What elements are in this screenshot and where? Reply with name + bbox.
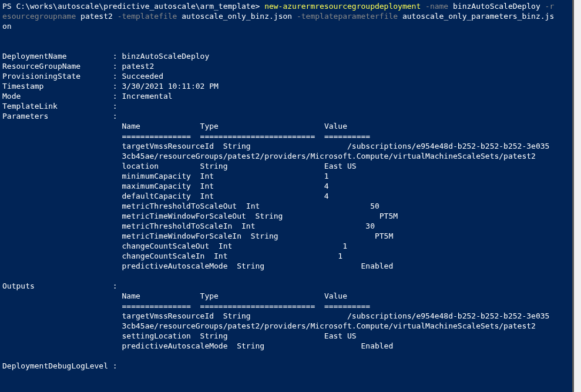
p-row-7: metricTimeWindowForScaleOut String PT5M: [122, 212, 398, 220]
prompt-path: PS C:\works\autoscale\predictive_autosca…: [2, 2, 260, 11]
p-row-1a: targetVmssResourceId String /subscriptio…: [122, 142, 550, 150]
terminal-output: PS C:\works\autoscale\predictive_autosca…: [2, 1, 570, 392]
lbl-mode: Mode: [2, 92, 21, 100]
o-row-1b: 3cb45ae/resourceGroups/patest2/providers…: [122, 321, 536, 330]
ohdr-name: Name: [122, 292, 140, 300]
arg-tplp-a: autoscale_only_parameters_binz.js: [402, 12, 554, 21]
ohdr-d1: ===============: [122, 301, 191, 310]
p-row-1b: 3cb45ae/resourceGroups/patest2/providers…: [122, 152, 536, 160]
arg-tplp-b: on: [2, 22, 12, 31]
val-rg: patest2: [122, 62, 155, 71]
p-row-6: metricThresholdToScaleOut Int 50: [122, 202, 380, 210]
o-row-1a: targetVmssResourceId String /subscriptio…: [122, 311, 550, 320]
val-deployname: binzAutoScaleDeploy: [122, 52, 210, 61]
p-row-5: defaultCapacity Int 4: [122, 192, 329, 200]
param-rg-b: esourcegroupname: [2, 12, 76, 21]
hdr-d2: =========================: [200, 132, 315, 140]
hdr-type: Type: [200, 122, 219, 130]
hdr-d1: ===============: [122, 132, 191, 140]
o-row-2: settingLocation String East US: [122, 331, 357, 340]
val-prov: Succeeded: [122, 72, 163, 81]
p-row-2: location String East US: [122, 162, 357, 170]
o-row-3: predictiveAutoscaleMode String Enabled: [122, 341, 394, 350]
ohdr-d3: ==========: [324, 301, 370, 310]
val-ts: 3/30/2021 10:11:02 PM: [122, 82, 219, 91]
p-row-11: changeCountScaleIn Int 1: [122, 252, 343, 260]
lbl-debuglog: DeploymentDebugLogLevel: [2, 361, 108, 370]
p-row-10: changeCountScaleOut Int 1: [122, 242, 348, 250]
arg-rg: patest2: [80, 12, 113, 21]
ohdr-value: Value: [324, 292, 347, 300]
command: new-azurermresourcegroupdeployment: [264, 2, 421, 11]
lbl-deployname: DeploymentName: [2, 52, 67, 61]
param-tplp: -templateparameterfile: [297, 12, 398, 21]
p-row-3: minimumCapacity Int 1: [122, 172, 329, 180]
lbl-prov: ProvisioningState: [2, 72, 80, 81]
p-row-9: metricTimeWindowForScaleIn String PT5M: [122, 232, 394, 240]
p-row-12: predictiveAutoscaleMode String Enabled: [122, 262, 394, 270]
val-mode: Incremental: [122, 92, 173, 100]
lbl-params: Parameters: [2, 112, 48, 120]
arg-name: binzAutoScaleDeploy: [453, 2, 540, 11]
param-rg-a: -r: [545, 2, 555, 11]
hdr-name: Name: [122, 122, 140, 130]
hdr-d3: ==========: [324, 132, 370, 140]
powershell-console[interactable]: PS C:\works\autoscale\predictive_autosca…: [0, 0, 574, 392]
hdr-value: Value: [324, 122, 347, 130]
p-row-4: maximumCapacity Int 4: [122, 182, 329, 190]
lbl-ts: Timestamp: [2, 82, 43, 91]
lbl-outputs: Outputs: [2, 282, 35, 290]
param-name: -name: [425, 2, 448, 11]
arg-tpl: autoscale_only_binz.json: [182, 12, 292, 21]
p-row-8: metricThresholdToScaleIn Int 30: [122, 222, 375, 230]
lbl-rg: ResourceGroupName: [2, 62, 80, 71]
lbl-tpl-link: TemplateLink: [2, 102, 58, 110]
ohdr-type: Type: [200, 292, 219, 300]
ohdr-d2: =========================: [200, 301, 315, 310]
param-tpl: -templatefile: [117, 12, 177, 21]
